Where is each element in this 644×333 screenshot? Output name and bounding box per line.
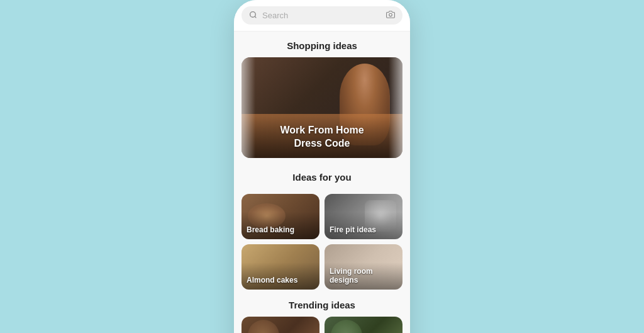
idea-card-firepit-label: Fire pit ideas (330, 225, 376, 234)
svg-line-1 (255, 16, 256, 18)
svg-point-0 (250, 11, 256, 17)
idea-card-firepit-overlay: Fire pit ideas (325, 194, 402, 239)
ideas-section: Ideas for you (234, 163, 410, 194)
trending-card-coffee-overlay: Coffee recipes (242, 317, 319, 333)
camera-icon[interactable] (386, 10, 395, 21)
phone-frame: Search Shopping ideas Work From Home (234, 0, 410, 333)
search-bar[interactable]: Search (242, 6, 402, 25)
idea-card-almond-overlay: Almond cakes (242, 244, 319, 290)
search-bar-container: Search (234, 0, 410, 31)
idea-card-almond-label: Almond cakes (247, 276, 297, 285)
search-placeholder: Search (262, 11, 381, 20)
ideas-grid: Bread baking Fire pit ideas Almond cakes… (234, 194, 410, 295)
hero-card[interactable]: Work From Home Dress Code (242, 57, 402, 158)
trending-title: Trending ideas (242, 300, 402, 310)
ideas-title: Ideas for you (242, 172, 402, 183)
trending-card-coffee[interactable]: Coffee recipes (242, 317, 319, 333)
search-icon (249, 11, 257, 21)
hero-wrapper: Work From Home Dress Code (242, 57, 402, 158)
content-scroll[interactable]: Shopping ideas Work From Home Dress Code… (234, 31, 410, 333)
idea-card-livingroom-overlay: Living room designs (325, 244, 402, 290)
idea-card-almond[interactable]: Almond cakes (242, 244, 319, 290)
shopping-title: Shopping ideas (242, 40, 402, 51)
idea-card-bread-label: Bread baking (247, 225, 294, 234)
trending-grid: Coffee recipes Spa day at home (242, 317, 402, 333)
hero-card-overlay: Work From Home Dress Code (242, 116, 402, 158)
idea-card-firepit[interactable]: Fire pit ideas (325, 194, 402, 239)
idea-card-livingroom[interactable]: Living room designs (325, 244, 402, 290)
idea-card-bread[interactable]: Bread baking (242, 194, 319, 239)
hero-card-text: Work From Home Dress Code (249, 124, 395, 150)
idea-card-livingroom-label: Living room designs (330, 267, 397, 285)
svg-point-2 (389, 13, 392, 16)
idea-card-bread-overlay: Bread baking (242, 194, 319, 239)
trending-card-spa-overlay: Spa day at home (325, 317, 402, 333)
shopping-section: Shopping ideas Work From Home Dress Code (234, 31, 410, 163)
trending-section: Trending ideas Coffee recipes Spa day at… (234, 295, 410, 333)
trending-card-spa[interactable]: Spa day at home (325, 317, 402, 333)
